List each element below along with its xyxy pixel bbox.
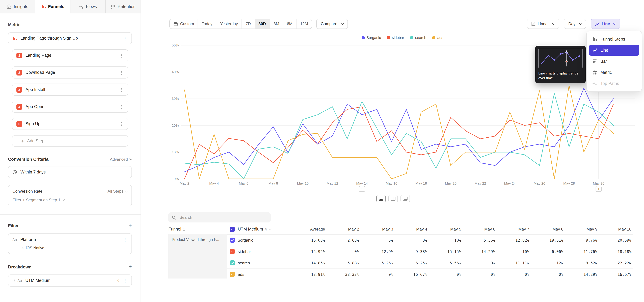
add-breakdown-button[interactable]: + [128,264,132,270]
legend-item--organic[interactable]: $organic [362,36,381,40]
add-filter-button[interactable]: + [128,222,132,229]
chart-type-tooltip: Line charts display trends over time. [535,46,586,84]
menu-item-bar[interactable]: Bar [589,56,639,67]
kebab-menu-icon[interactable]: ⋮ [119,121,124,126]
chevron-down-icon [125,190,128,192]
row-checkbox[interactable] [230,238,235,242]
tooltip-chart-preview [538,49,582,68]
split-view-toggle[interactable] [376,195,386,202]
menu-item-metric[interactable]: Metric [589,67,639,78]
chart-type-menu: Funnel StepsLineBarMetricTop Paths [586,31,642,92]
kebab-menu-icon[interactable]: ⋮ [119,104,124,109]
granularity-dropdown[interactable]: Day [564,19,586,29]
table-only-view-toggle[interactable] [400,195,410,202]
funnel-step-app-install[interactable]: 3App Install⋮ [12,84,128,96]
row-checkbox[interactable] [230,249,235,254]
column-header-may-10[interactable]: May 10 [598,227,632,232]
filter-segment-dropdown[interactable]: Filter + Segment on Step 1 [12,198,64,202]
tab-retention[interactable]: Retention [106,0,140,14]
step-number-badge: 3 [16,87,22,92]
column-header-may-3[interactable]: May 3 [359,227,393,232]
value-cell: 5% [359,238,393,242]
column-header-may-9[interactable]: May 9 [563,227,598,232]
value-cell: 15.92% [286,249,325,254]
svg-text:May 22: May 22 [474,181,486,185]
range-7d[interactable]: 7D [242,19,254,28]
kebab-menu-icon[interactable]: ⋮ [119,70,124,75]
remove-breakdown-icon[interactable]: ✕ [116,278,120,283]
funnel-metric-card[interactable]: Landing Page through Sign Up ⋮ [8,32,132,44]
funnel-cell[interactable]: Product Viewed through P... [168,234,227,278]
svg-text:May 12: May 12 [327,181,338,185]
kebab-menu-icon[interactable]: ⋮ [123,237,128,242]
annotation-badge[interactable]: 1 [359,186,365,192]
kebab-menu-icon[interactable]: ⋮ [123,278,128,283]
filter-property-name[interactable]: Platform [20,237,123,242]
calendar-icon [174,22,178,26]
range-6m[interactable]: 6M [283,19,296,28]
side-by-side-view-toggle[interactable] [388,195,398,202]
funnel-step-sign-up[interactable]: 5Sign Up⋮ [12,118,128,130]
chevron-down-icon [62,198,65,201]
legend-item-sidebar[interactable]: sidebar [387,36,404,40]
row-checkbox[interactable] [230,260,235,266]
legend-item-ads[interactable]: ads [432,36,444,40]
kebab-menu-icon[interactable]: ⋮ [119,87,124,92]
column-header-average[interactable]: Average [286,227,325,232]
scale-dropdown[interactable]: Linear [527,19,559,29]
chevron-down-icon [341,22,344,25]
chart-type-label: Line [602,22,610,26]
tab-funnels[interactable]: Funnels [35,0,70,14]
legend-item-search[interactable]: search [410,36,426,40]
legend-swatch [387,36,390,39]
annotation-badge[interactable]: 1 [596,186,602,192]
range-label: 7D [246,22,251,26]
select-all-checkbox[interactable] [230,227,235,232]
column-header-may-5[interactable]: May 5 [427,227,461,232]
all-steps-dropdown[interactable]: All Steps [108,189,128,194]
compare-button[interactable]: Compare [316,19,348,29]
svg-text:50%: 50% [172,43,179,47]
funnel-column-header[interactable]: Funnel 1 [168,227,230,232]
range-12m[interactable]: 12M [296,19,312,28]
funnel-step-download-page[interactable]: 2Download Page⋮ [12,66,128,78]
column-header-may-8[interactable]: May 8 [529,227,563,232]
row-checkbox[interactable] [230,272,235,277]
step-number-badge: 1 [16,52,22,58]
drag-handle-icon[interactable] [12,278,15,282]
line-chart-icon [595,22,600,26]
search-icon [172,215,176,220]
range-today[interactable]: Today [198,19,216,28]
column-header-may-4[interactable]: May 4 [393,227,427,232]
range-30d[interactable]: 30D [254,19,270,28]
column-header-may-6[interactable]: May 6 [461,227,495,232]
advanced-dropdown[interactable]: Advanced [110,157,132,162]
breakdown-property-name[interactable]: UTM Medium [25,278,114,283]
tab-insights[interactable]: Insights [0,0,35,14]
menu-item-funnel-steps[interactable]: Funnel Steps [589,34,639,45]
value-cell: 11.76% [563,249,598,254]
svg-text:May 18: May 18 [416,181,427,185]
chart-type-dropdown[interactable]: Line [590,19,620,29]
value-cell: 5.36% [461,238,495,242]
menu-item-line[interactable]: Line [589,45,639,56]
kebab-menu-icon[interactable]: ⋮ [123,36,128,41]
tab-flows[interactable]: Flows [70,0,106,14]
funnel-step-landing-page[interactable]: 1Landing Page⋮ [12,49,128,62]
breakdown-column-header[interactable]: UTM Medium 4 [230,227,286,232]
line-icon [592,48,598,53]
conversion-window[interactable]: Within 7 days [8,166,132,178]
funnel-step-app-open[interactable]: 4App Open⋮ [12,101,128,113]
add-step-button[interactable]: + Add Step [12,135,128,147]
value-cell: 2.63% [325,238,359,242]
filter-operator[interactable]: Is [20,246,24,250]
search-input[interactable] [179,215,267,220]
range-custom[interactable]: Custom [170,19,198,28]
filter-value[interactable]: iOS Native [26,246,44,250]
kebab-menu-icon[interactable]: ⋮ [119,53,124,58]
column-header-may-2[interactable]: May 2 [325,227,359,232]
svg-text:May 26: May 26 [534,181,545,185]
range-3m[interactable]: 3M [270,19,283,28]
column-header-may-7[interactable]: May 7 [495,227,529,232]
range-yesterday[interactable]: Yesterday [216,19,242,28]
